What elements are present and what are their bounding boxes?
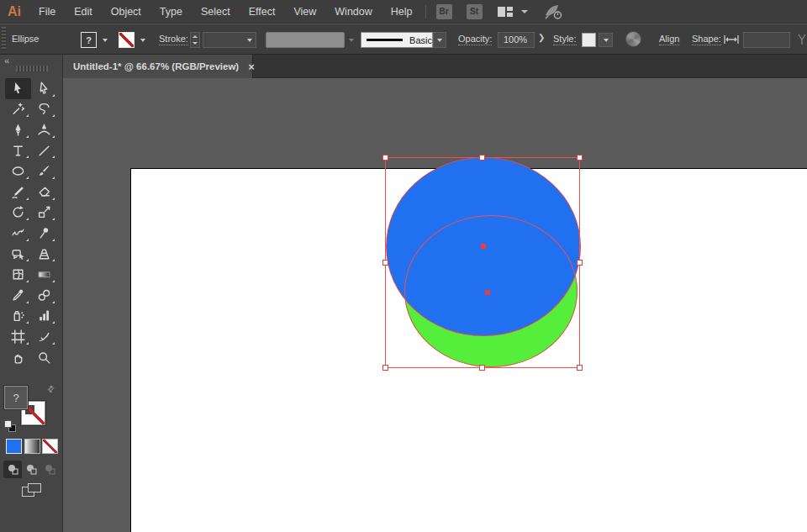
rotate-tool[interactable] — [5, 203, 31, 224]
opacity-expand-chevron[interactable]: ❯ — [538, 33, 545, 42]
slice-tool[interactable] — [31, 326, 57, 347]
menu-view[interactable]: View — [284, 0, 325, 24]
curvature-tool[interactable] — [31, 119, 57, 140]
menu-object[interactable]: Object — [102, 0, 150, 24]
blue-circle-center-anchor[interactable] — [481, 244, 486, 249]
handle-bottom-mid[interactable] — [479, 365, 485, 371]
handle-top-mid[interactable] — [479, 155, 485, 161]
fill-color-chevron[interactable] — [99, 32, 111, 48]
screen-mode-rect-front — [28, 483, 41, 492]
menu-help[interactable]: Help — [382, 0, 422, 24]
tab-close-icon[interactable]: × — [248, 61, 255, 73]
lasso-tool[interactable] — [31, 99, 57, 120]
stroke-color-swatch[interactable] — [119, 32, 134, 48]
align-panel-link[interactable]: Align — [659, 34, 679, 45]
opacity-field[interactable]: 100% — [498, 32, 535, 48]
stroke-weight-chevron[interactable] — [247, 39, 252, 42]
stroke-panel-link[interactable]: Stroke: — [159, 34, 188, 45]
stepper-up-icon[interactable] — [193, 35, 198, 38]
handle-bottom-right[interactable] — [577, 365, 583, 371]
panel-grip[interactable] — [2, 27, 6, 50]
pen-tool[interactable] — [5, 119, 31, 140]
stock-button[interactable]: St — [467, 4, 483, 19]
gradient-mode-button[interactable] — [24, 439, 40, 454]
recolor-artwork-icon[interactable] — [625, 31, 641, 47]
shape-width-field[interactable] — [743, 32, 790, 48]
magic-wand-tool[interactable] — [5, 99, 31, 120]
document-tab[interactable]: Untitled-1* @ 66.67% (RGB/Preview) × — [63, 55, 253, 78]
gradient-tool[interactable] — [31, 264, 57, 285]
eyedropper-tool[interactable] — [5, 285, 31, 306]
fill-color-swatch[interactable]: ? — [81, 32, 97, 48]
graphic-style-swatch[interactable] — [582, 33, 596, 47]
none-mode-button[interactable] — [42, 439, 58, 454]
menu-window[interactable]: Window — [325, 0, 381, 24]
mesh-tool[interactable] — [5, 264, 31, 285]
selection-tool[interactable] — [5, 78, 31, 99]
artboard-tool[interactable] — [5, 326, 31, 347]
drawing-modes — [3, 461, 60, 478]
default-fill-stroke-icon[interactable] — [4, 420, 16, 432]
green-circle-center-anchor[interactable] — [485, 290, 490, 295]
type-tool[interactable] — [5, 140, 31, 161]
style-link[interactable]: Style: — [553, 34, 577, 45]
line-segment-tool[interactable] — [31, 140, 57, 161]
draw-inside-button[interactable] — [40, 461, 59, 478]
stroke-weight-stepper[interactable] — [190, 32, 200, 48]
shape-panel-link[interactable]: Shape: — [692, 34, 721, 45]
brush-definition-field — [266, 32, 345, 48]
selected-tool-label: Ellipse — [12, 34, 39, 44]
column-graph-tool[interactable] — [31, 306, 57, 327]
menu-effect[interactable]: Effect — [240, 0, 285, 24]
handle-top-right[interactable] — [577, 155, 583, 161]
zoom-tool[interactable] — [31, 347, 57, 368]
width-tool[interactable] — [5, 223, 31, 244]
color-mode-button[interactable] — [6, 439, 22, 454]
selection-bounding-box[interactable] — [385, 157, 580, 368]
screen-mode-button[interactable] — [22, 483, 42, 500]
menu-type[interactable]: Type — [150, 0, 192, 24]
eraser-tool[interactable] — [31, 182, 57, 203]
swap-fill-stroke-icon[interactable]: ⇄ — [45, 383, 56, 395]
no-stroke-indicator — [119, 33, 134, 47]
scale-tool[interactable] — [31, 203, 57, 224]
stroke-weight-dropdown[interactable] — [203, 32, 256, 48]
collapse-panel-icon[interactable]: « — [4, 55, 9, 66]
stroke-style-dropdown[interactable]: Basic — [361, 32, 433, 48]
control-bar: Ellipse ? Stroke: Basic Opacity: 100% ❯ … — [0, 24, 807, 55]
menu-file[interactable]: File — [29, 0, 65, 24]
stroke-color-chevron[interactable] — [137, 32, 149, 48]
stepper-down-icon[interactable] — [193, 42, 198, 45]
handle-mid-right[interactable] — [577, 260, 583, 266]
puppet-warp-tool[interactable] — [31, 223, 57, 244]
graphic-style-chevron[interactable] — [599, 33, 613, 47]
gpu-performance-icon[interactable] — [543, 3, 563, 20]
opacity-link[interactable]: Opacity: — [458, 34, 492, 45]
stroke-style-chevron[interactable] — [433, 32, 446, 48]
workspace-chevron-icon[interactable] — [521, 10, 528, 13]
handle-top-left[interactable] — [382, 155, 388, 161]
menu-edit[interactable]: Edit — [65, 0, 102, 24]
paintbrush-tool[interactable] — [31, 161, 57, 182]
bridge-button[interactable]: Br — [436, 4, 452, 19]
tools-grid — [5, 78, 59, 367]
menu-select[interactable]: Select — [192, 0, 240, 24]
fill-proxy-swatch[interactable]: ? — [4, 386, 28, 409]
workspace-switcher-icon[interactable] — [497, 5, 514, 18]
handle-mid-left[interactable] — [382, 260, 388, 266]
free-transform-tool[interactable] — [5, 244, 31, 265]
blend-tool[interactable] — [31, 285, 57, 306]
illustrator-window: Ai File Edit Object Type Select Effect V… — [0, 0, 807, 532]
ellipse-tool[interactable] — [5, 161, 31, 182]
draw-normal-button[interactable] — [3, 461, 22, 478]
draw-behind-button[interactable] — [22, 461, 40, 478]
tools-panel-grip[interactable] — [16, 66, 48, 71]
perspective-grid-tool[interactable] — [31, 244, 57, 265]
stroke-style-value: Basic — [409, 35, 432, 45]
shaper-pencil-tool[interactable] — [5, 182, 31, 203]
canvas-area[interactable] — [63, 78, 807, 532]
direct-selection-tool[interactable] — [31, 78, 57, 99]
handle-bottom-left[interactable] — [382, 365, 388, 371]
symbol-sprayer-tool[interactable] — [5, 306, 31, 327]
hand-tool[interactable] — [5, 347, 31, 368]
